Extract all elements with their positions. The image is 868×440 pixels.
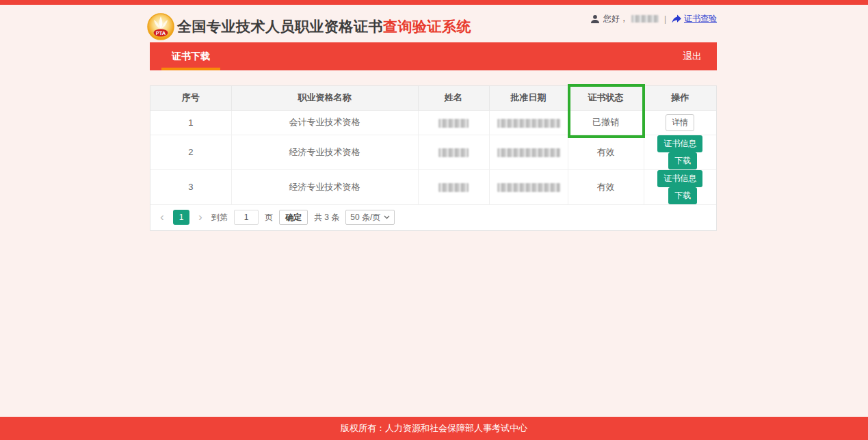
page-title-accent: 查询验证系统	[383, 18, 471, 34]
cell-cert-status: 已撤销	[568, 110, 644, 135]
cell-qualification: 会计专业技术资格	[231, 110, 418, 135]
top-accent-bar	[0, 0, 868, 5]
logout-button[interactable]: 退出	[683, 51, 702, 63]
page-size-label: 50 条/页	[350, 212, 380, 223]
nav-bar: 证书下载 退出	[150, 42, 717, 70]
next-page-arrow[interactable]: ›	[196, 212, 205, 223]
goto-page-suffix: 页	[265, 212, 273, 223]
chevron-down-icon	[384, 215, 390, 219]
footer-bar: 版权所有：人力资源和社会保障部人事考试中心	[0, 417, 868, 440]
current-page-button[interactable]: 1	[173, 210, 189, 225]
user-icon	[590, 14, 600, 24]
certificate-table: 序号 职业资格名称 姓名 批准日期 证书状态 操作 1 会计专业技术资格 已撤销…	[150, 86, 716, 205]
prev-page-arrow[interactable]: ‹	[157, 212, 167, 223]
certificate-info-button[interactable]: 证书信息	[657, 135, 702, 152]
col-header-cert-status: 证书状态	[568, 86, 644, 110]
svg-text:PTA: PTA	[156, 30, 166, 36]
table-header-row: 序号 职业资格名称 姓名 批准日期 证书状态 操作	[150, 86, 716, 110]
col-header-name: 姓名	[418, 86, 489, 110]
cell-index: 2	[150, 135, 231, 169]
page-title: 全国专业技术人员职业资格证书查询验证系统	[177, 17, 471, 36]
certificate-verify-label: 证书查验	[684, 13, 717, 25]
page-title-main: 全国专业技术人员职业资格证书	[177, 18, 383, 34]
cell-approval-date	[489, 135, 568, 169]
cell-index: 3	[150, 169, 231, 204]
redacted-name	[438, 183, 469, 192]
cell-qualification: 经济专业技术资格	[231, 169, 418, 204]
tab-certificate-download-label: 证书下载	[172, 51, 210, 61]
certificate-table-panel: 序号 职业资格名称 姓名 批准日期 证书状态 操作 1 会计专业技术资格 已撤销…	[150, 85, 717, 231]
redacted-username	[631, 15, 659, 23]
redacted-name	[438, 119, 469, 128]
total-count-label: 共 3 条	[314, 212, 339, 223]
confirm-page-button[interactable]: 确定	[279, 210, 308, 225]
page-size-select[interactable]: 50 条/页	[345, 210, 395, 225]
cell-approval-date	[489, 169, 568, 204]
certificate-info-button[interactable]: 证书信息	[657, 170, 702, 187]
table-row: 2 经济专业技术资格 有效 证书信息 下载	[150, 135, 716, 169]
col-header-qualification: 职业资格名称	[231, 86, 418, 110]
tab-certificate-download[interactable]: 证书下载	[161, 42, 220, 70]
cell-actions: 证书信息 下载	[644, 135, 716, 169]
redacted-date	[497, 148, 560, 157]
greeting-text: 您好，	[603, 13, 628, 25]
redacted-date	[497, 183, 560, 192]
copyright-text: 版权所有：人力资源和社会保障部人事考试中心	[341, 423, 527, 433]
goto-page-prefix: 到第	[211, 212, 228, 223]
cell-name	[418, 169, 489, 204]
col-header-index: 序号	[150, 86, 231, 110]
goto-page-input[interactable]	[234, 210, 259, 225]
separator: |	[664, 14, 666, 24]
forward-arrow-icon	[672, 14, 681, 23]
col-header-approval-date: 批准日期	[489, 86, 568, 110]
table-row: 3 经济专业技术资格 有效 证书信息 下载	[150, 169, 716, 204]
cell-index: 1	[150, 110, 231, 135]
certificate-verify-link[interactable]: 证书查验	[672, 13, 717, 25]
pagination-bar: ‹ 1 › 到第 页 确定 共 3 条 50 条/页	[150, 205, 716, 230]
table-row: 1 会计专业技术资格 已撤销 详情	[150, 110, 716, 135]
cell-qualification: 经济专业技术资格	[231, 135, 418, 169]
cell-cert-status: 有效	[568, 135, 644, 169]
cell-name	[418, 110, 489, 135]
download-button[interactable]: 下载	[668, 152, 697, 169]
col-header-actions: 操作	[644, 86, 716, 110]
cell-actions: 详情	[644, 110, 716, 135]
cell-name	[418, 135, 489, 169]
cell-approval-date	[489, 110, 568, 135]
pta-logo-icon: PTA	[147, 13, 174, 40]
redacted-name	[438, 148, 469, 157]
user-info: 您好， | 证书查验	[590, 13, 717, 25]
details-button[interactable]: 详情	[666, 114, 694, 131]
redacted-date	[497, 119, 560, 128]
download-button[interactable]: 下载	[668, 187, 697, 204]
cell-cert-status: 有效	[568, 169, 644, 204]
active-tab-underline	[161, 68, 220, 70]
cell-actions: 证书信息 下载	[644, 169, 716, 204]
